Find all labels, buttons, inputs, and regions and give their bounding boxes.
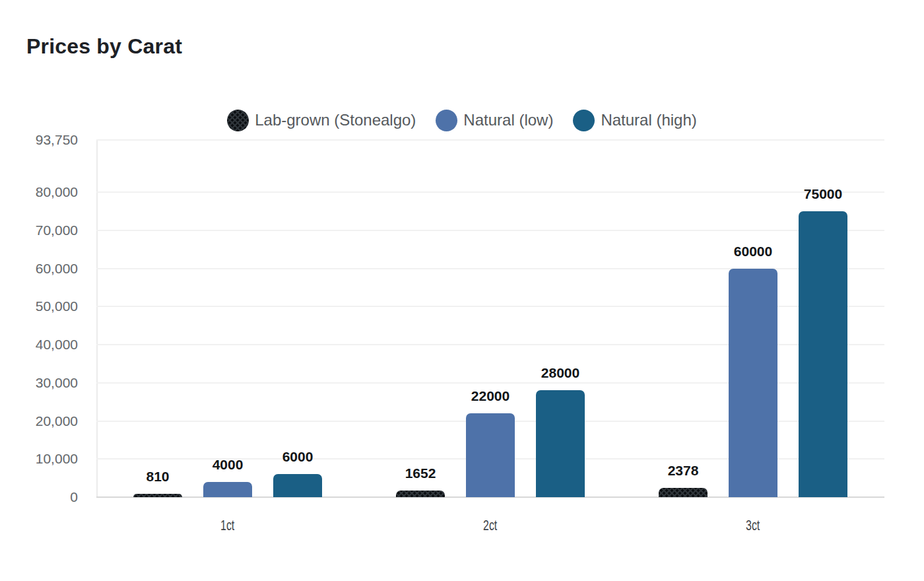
bar[interactable] [203,482,252,497]
bar[interactable] [729,269,777,497]
gridline [96,139,884,141]
x-axis-category-text: 1ct [220,517,234,534]
y-axis-tick-label: 0 [0,489,78,505]
bar-value-label: 1652 [368,465,473,482]
y-axis-tick-label: 50,000 [0,298,78,314]
bar-value-label: 28000 [508,364,613,382]
y-axis-tick-label: 30,000 [0,375,78,391]
bar[interactable] [133,494,182,497]
y-axis-tick-label: 93,750 [0,132,78,148]
x-axis-category-text: 2ct [483,517,497,534]
bar[interactable] [799,211,847,497]
bar-value-label: 75000 [770,186,876,203]
bar-value-label: 60000 [700,243,806,260]
y-axis-tick-label: 40,000 [0,337,78,353]
x-axis-category-label: 1ct [162,517,294,534]
y-axis-tick-label: 60,000 [0,261,78,277]
bar[interactable] [466,413,515,497]
y-axis-tick-label: 70,000 [0,222,78,238]
bar[interactable] [659,488,708,497]
y-axis-line [96,140,98,497]
y-axis-tick-label: 20,000 [0,413,78,429]
bar[interactable] [396,491,445,497]
bar-value-label: 22000 [438,388,543,405]
chart-canvas: Prices by Carat Lab-grown (Stonealgo)Nat… [0,0,924,581]
plot-area: 010,00020,00030,00040,00050,00060,00070,… [0,0,924,581]
bar-value-label: 2378 [630,462,736,479]
bar[interactable] [536,390,585,497]
bar[interactable] [273,474,322,497]
x-axis-category-label: 2ct [424,517,556,534]
gridline [96,191,884,193]
x-axis-category-text: 3ct [746,517,760,534]
y-axis-tick-label: 10,000 [0,451,78,467]
bar-value-label: 6000 [245,448,350,465]
gridline [96,230,884,231]
x-axis-category-label: 3ct [687,517,819,534]
y-axis-tick-label: 80,000 [0,184,78,200]
